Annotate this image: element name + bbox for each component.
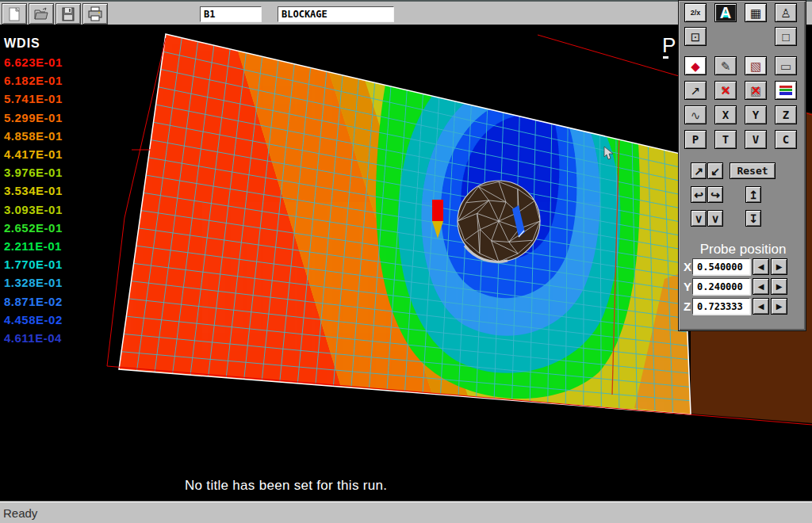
temperature-button-icon: T: [722, 134, 729, 145]
legend-variable-name: WDIS: [4, 36, 99, 51]
cell-values-button[interactable]: 2/x: [684, 3, 707, 22]
probe-y-decrement-button[interactable]: ◀: [753, 278, 769, 295]
graph-button[interactable]: ∿: [684, 105, 707, 124]
legend-value: 3.534E-01: [4, 184, 63, 197]
slice-plane-button-icon: ◆: [691, 60, 700, 72]
probe-z-field[interactable]: 0.723333: [692, 298, 750, 315]
solid-view-button[interactable]: ♙: [775, 3, 797, 22]
plain-box-button[interactable]: □: [775, 27, 797, 46]
reset-view-button[interactable]: Reset: [730, 162, 776, 179]
palette-icon: [779, 86, 792, 95]
graph-button-icon: ∿: [691, 109, 701, 121]
y-plane-button[interactable]: Y: [745, 105, 767, 124]
application-window: P No title has been set for this run. WD…: [0, 0, 812, 523]
probe-axis-row-x: X0.540000◀▶: [679, 258, 807, 276]
contour-slab: [111, 28, 698, 424]
open-file-button[interactable]: [29, 3, 54, 25]
blockage-sphere: [458, 181, 540, 262]
x-plane-button[interactable]: X: [714, 105, 737, 124]
turn-right-button[interactable]: ↪: [707, 186, 723, 203]
save-icon: [61, 6, 75, 22]
viewport-box-button[interactable]: ⊡: [684, 27, 707, 46]
small-box-button[interactable]: ▭: [775, 56, 797, 75]
axis-label-z: Z: [684, 300, 691, 313]
probe-z-decrement-button[interactable]: ◀: [753, 298, 769, 315]
pressure-button-icon: P: [692, 134, 699, 145]
turn-left-button[interactable]: ↩: [691, 186, 707, 203]
tilt-up-button[interactable]: ↥: [745, 186, 761, 203]
axis-label-y: Y: [684, 280, 691, 293]
cell-values-button-icon: 2/x: [691, 10, 701, 17]
x-plane-button-icon: X: [722, 109, 729, 120]
probe-x-increment-button[interactable]: ▶: [771, 258, 787, 275]
cross-out-icon: ×: [721, 82, 730, 98]
probe-axis-row-y: Y0.240000◀▶: [679, 278, 807, 296]
mesh-toggle-button[interactable]: ▦: [745, 3, 767, 22]
rotate-up-right-button[interactable]: ↗: [691, 162, 707, 179]
flip-down-right-button[interactable]: ∨: [707, 210, 723, 227]
move-probe-button-icon: ↗: [691, 85, 701, 97]
solid-view-button-icon: ♙: [780, 7, 791, 19]
object-name-field[interactable]: [278, 6, 394, 22]
save-button[interactable]: [56, 3, 81, 25]
palette-button[interactable]: [775, 81, 797, 100]
contour-variable-button-icon: C: [783, 134, 789, 145]
legend-value: 5.741E-01: [4, 92, 63, 105]
domain-box-button-icon: ▧: [750, 60, 761, 72]
legend-value: 6.182E-01: [4, 74, 63, 87]
control-panel: 2/x▲A▦♙⊡□◆✎▧▭↗✎×▧×∿XYZPTVC ↗↙↩↪↥∨∨↧ Rese…: [678, 0, 806, 331]
run-title-text: No title has been set for this run.: [185, 478, 387, 494]
legend-value: 4.611E-04: [4, 331, 62, 345]
legend-value: 2.211E-01: [4, 239, 62, 253]
velocity-button-icon: V: [753, 134, 759, 145]
axis-label-x: X: [684, 260, 691, 273]
cross-out-icon: ×: [751, 82, 760, 98]
legend-value: 3.976E-01: [4, 166, 63, 179]
z-plane-button-icon: Z: [783, 109, 789, 120]
cross-out-icon: A: [720, 5, 731, 21]
small-box-button-icon: ▭: [780, 60, 791, 72]
move-probe-button[interactable]: ↗: [684, 81, 707, 100]
viewport-box-button-icon: ⊡: [691, 31, 701, 43]
rotate-down-left-button[interactable]: ↙: [707, 162, 723, 179]
contour-legend: WDIS 6.623E-016.182E-015.741E-015.299E-0…: [4, 36, 99, 51]
temperature-button[interactable]: T: [714, 130, 737, 149]
probe-pencil-button[interactable]: ✎: [714, 56, 737, 75]
legend-value: 4.858E-01: [4, 129, 63, 143]
velocity-button[interactable]: V: [745, 130, 767, 149]
probe-y-field[interactable]: 0.240000: [692, 278, 750, 295]
status-text: Ready: [3, 506, 37, 520]
legend-value: 4.417E-01: [4, 147, 63, 161]
y-plane-button-icon: Y: [753, 109, 759, 120]
hide-pencil-button[interactable]: ✎×: [714, 81, 737, 100]
contour-toggle-button[interactable]: ▲A: [714, 3, 737, 22]
new-file-button[interactable]: [2, 3, 27, 25]
probe-axis-row-z: Z0.723333◀▶: [679, 298, 807, 315]
hide-domain-button[interactable]: ▧×: [745, 81, 767, 100]
legend-value: 2.652E-01: [4, 221, 63, 235]
print-button[interactable]: [82, 3, 108, 25]
probe-x-decrement-button[interactable]: ◀: [753, 258, 769, 275]
flip-down-left-button[interactable]: ∨: [691, 210, 707, 227]
open-file-icon: [33, 6, 49, 22]
probe-position-label: Probe position: [679, 242, 807, 258]
z-plane-button[interactable]: Z: [775, 105, 797, 124]
legend-value: 5.299E-01: [4, 111, 63, 124]
probe-z-increment-button[interactable]: ▶: [771, 298, 787, 315]
domain-box-button[interactable]: ▧: [745, 56, 767, 75]
mesh-toggle-button-icon: ▦: [750, 7, 761, 19]
legend-value: 6.623E-01: [4, 55, 63, 69]
slice-plane-button[interactable]: ◆: [684, 56, 707, 75]
object-id-field[interactable]: [200, 6, 262, 22]
legend-value: 1.328E-01: [4, 276, 63, 289]
pressure-button[interactable]: P: [684, 130, 707, 149]
probe-y-increment-button[interactable]: ▶: [771, 278, 787, 295]
tilt-down-button[interactable]: ↧: [745, 210, 761, 227]
legend-value: 1.770E-01: [4, 258, 63, 271]
contour-variable-button[interactable]: C: [775, 130, 797, 149]
probe-x-field[interactable]: 0.540000: [692, 258, 750, 275]
legend-value: 8.871E-02: [4, 295, 63, 308]
status-bar: Ready: [0, 501, 812, 523]
probe-pencil-button-icon: ✎: [721, 60, 731, 72]
new-file-icon: [7, 6, 21, 22]
